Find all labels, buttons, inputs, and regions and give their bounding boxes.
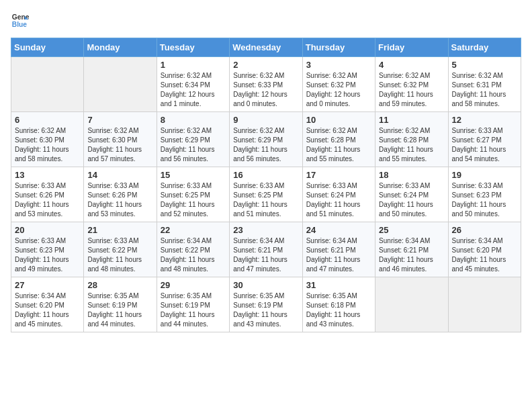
sunset-label: Sunset: 6:32 PM [306,81,356,89]
day-header: Sunday [11,38,84,57]
day-info: Sunrise: 6:33 AM Sunset: 6:24 PM Dayligh… [379,181,444,219]
day-info: Sunrise: 6:33 AM Sunset: 6:24 PM Dayligh… [306,181,371,219]
day-number: 18 [379,170,444,180]
calendar-week: 1 Sunrise: 6:32 AM Sunset: 6:34 PM Dayli… [11,57,521,112]
sunrise-label: Sunrise: 6:34 AM [161,237,212,244]
daylight-label: Daylight: 11 hours and 52 minutes. [161,201,215,218]
day-info: Sunrise: 6:32 AM Sunset: 6:28 PM Dayligh… [379,126,444,164]
day-info: Sunrise: 6:32 AM Sunset: 6:29 PM Dayligh… [233,126,298,164]
sunset-label: Sunset: 6:24 PM [379,191,429,199]
day-header: Tuesday [157,38,229,57]
calendar-week: 13 Sunrise: 6:33 AM Sunset: 6:26 PM Dayl… [11,167,521,222]
daylight-label: Daylight: 11 hours and 43 minutes. [306,311,361,328]
day-info: Sunrise: 6:32 AM Sunset: 6:30 PM Dayligh… [15,126,80,164]
sunset-label: Sunset: 6:21 PM [233,246,283,254]
day-info: Sunrise: 6:33 AM Sunset: 6:27 PM Dayligh… [452,126,517,164]
sunrise-label: Sunrise: 6:34 AM [233,237,284,244]
sunrise-label: Sunrise: 6:34 AM [452,237,503,244]
calendar-cell: 13 Sunrise: 6:33 AM Sunset: 6:26 PM Dayl… [11,167,84,222]
day-number: 11 [379,115,444,125]
daylight-label: Daylight: 12 hours and 0 minutes. [306,91,361,107]
daylight-label: Daylight: 11 hours and 44 minutes. [87,311,142,328]
sunset-label: Sunset: 6:32 PM [379,81,429,89]
sunset-label: Sunset: 6:19 PM [87,302,137,309]
sunrise-label: Sunrise: 6:32 AM [452,72,503,79]
day-info: Sunrise: 6:32 AM Sunset: 6:31 PM Dayligh… [452,71,517,109]
logo: General Blue [11,11,32,30]
calendar-cell: 14 Sunrise: 6:33 AM Sunset: 6:26 PM Dayl… [84,167,157,222]
day-info: Sunrise: 6:34 AM Sunset: 6:22 PM Dayligh… [161,236,226,274]
day-number: 3 [306,60,371,70]
calendar-table: SundayMondayTuesdayWednesdayThursdayFrid… [11,38,521,332]
calendar-cell: 23 Sunrise: 6:34 AM Sunset: 6:21 PM Dayl… [230,222,302,277]
sunset-label: Sunset: 6:31 PM [452,81,502,89]
calendar-cell: 9 Sunrise: 6:32 AM Sunset: 6:29 PM Dayli… [230,112,302,167]
calendar-cell: 16 Sunrise: 6:33 AM Sunset: 6:25 PM Dayl… [230,167,302,222]
sunrise-label: Sunrise: 6:35 AM [161,292,212,300]
sunrise-label: Sunrise: 6:32 AM [306,127,357,134]
sunset-label: Sunset: 6:25 PM [233,191,283,199]
calendar-cell: 20 Sunrise: 6:33 AM Sunset: 6:23 PM Dayl… [11,222,84,277]
calendar-cell [375,277,448,332]
sunrise-label: Sunrise: 6:33 AM [379,182,430,189]
day-number: 7 [87,115,152,125]
sunrise-label: Sunrise: 6:32 AM [161,72,212,79]
daylight-label: Daylight: 11 hours and 49 minutes. [15,256,69,273]
calendar-cell: 22 Sunrise: 6:34 AM Sunset: 6:22 PM Dayl… [157,222,229,277]
daylight-label: Daylight: 11 hours and 45 minutes. [15,311,69,328]
daylight-label: Daylight: 11 hours and 43 minutes. [233,311,287,328]
day-number: 29 [161,280,226,290]
calendar-cell: 4 Sunrise: 6:32 AM Sunset: 6:32 PM Dayli… [375,57,448,112]
daylight-label: Daylight: 11 hours and 44 minutes. [161,311,215,328]
day-number: 5 [452,60,517,70]
calendar-cell [448,277,521,332]
calendar-cell: 30 Sunrise: 6:35 AM Sunset: 6:19 PM Dayl… [230,277,302,332]
day-number: 21 [87,225,152,235]
sunrise-label: Sunrise: 6:35 AM [233,292,284,300]
day-info: Sunrise: 6:33 AM Sunset: 6:26 PM Dayligh… [15,181,80,219]
svg-text:Blue: Blue [12,21,28,28]
daylight-label: Daylight: 11 hours and 51 minutes. [306,201,361,218]
day-header: Friday [375,38,448,57]
daylight-label: Daylight: 11 hours and 56 minutes. [233,146,287,163]
day-number: 25 [379,225,444,235]
sunset-label: Sunset: 6:33 PM [233,81,283,89]
sunrise-label: Sunrise: 6:35 AM [306,292,357,300]
sunrise-label: Sunrise: 6:33 AM [15,237,66,244]
header-row: SundayMondayTuesdayWednesdayThursdayFrid… [11,38,521,57]
day-info: Sunrise: 6:32 AM Sunset: 6:33 PM Dayligh… [233,71,298,109]
sunset-label: Sunset: 6:19 PM [233,302,283,309]
day-info: Sunrise: 6:32 AM Sunset: 6:32 PM Dayligh… [379,71,444,109]
day-number: 17 [306,170,371,180]
day-info: Sunrise: 6:34 AM Sunset: 6:21 PM Dayligh… [379,236,444,274]
day-info: Sunrise: 6:33 AM Sunset: 6:25 PM Dayligh… [161,181,226,219]
daylight-label: Daylight: 11 hours and 47 minutes. [233,256,287,273]
day-info: Sunrise: 6:33 AM Sunset: 6:23 PM Dayligh… [15,236,80,274]
sunrise-label: Sunrise: 6:33 AM [87,182,138,189]
calendar-cell: 1 Sunrise: 6:32 AM Sunset: 6:34 PM Dayli… [157,57,229,112]
sunset-label: Sunset: 6:24 PM [306,191,356,199]
calendar-cell: 27 Sunrise: 6:34 AM Sunset: 6:20 PM Dayl… [11,277,84,332]
day-info: Sunrise: 6:34 AM Sunset: 6:20 PM Dayligh… [452,236,517,274]
day-info: Sunrise: 6:32 AM Sunset: 6:28 PM Dayligh… [306,126,371,164]
sunset-label: Sunset: 6:30 PM [15,136,64,144]
day-info: Sunrise: 6:33 AM Sunset: 6:26 PM Dayligh… [87,181,152,219]
daylight-label: Daylight: 11 hours and 45 minutes. [452,256,506,273]
day-number: 9 [233,115,298,125]
sunset-label: Sunset: 6:19 PM [161,302,210,309]
day-header: Wednesday [230,38,302,57]
sunrise-label: Sunrise: 6:32 AM [233,127,284,134]
day-info: Sunrise: 6:35 AM Sunset: 6:19 PM Dayligh… [161,291,226,329]
sunset-label: Sunset: 6:21 PM [379,246,429,254]
sunrise-label: Sunrise: 6:33 AM [15,182,66,189]
daylight-label: Daylight: 12 hours and 1 minute. [161,91,215,107]
calendar-week: 27 Sunrise: 6:34 AM Sunset: 6:20 PM Dayl… [11,277,521,332]
calendar-cell: 2 Sunrise: 6:32 AM Sunset: 6:33 PM Dayli… [230,57,302,112]
day-number: 1 [161,60,226,70]
calendar-cell: 12 Sunrise: 6:33 AM Sunset: 6:27 PM Dayl… [448,112,521,167]
daylight-label: Daylight: 11 hours and 48 minutes. [161,256,215,273]
daylight-label: Daylight: 11 hours and 50 minutes. [379,201,433,218]
day-number: 4 [379,60,444,70]
day-info: Sunrise: 6:34 AM Sunset: 6:21 PM Dayligh… [306,236,371,274]
calendar-cell: 21 Sunrise: 6:33 AM Sunset: 6:22 PM Dayl… [84,222,157,277]
